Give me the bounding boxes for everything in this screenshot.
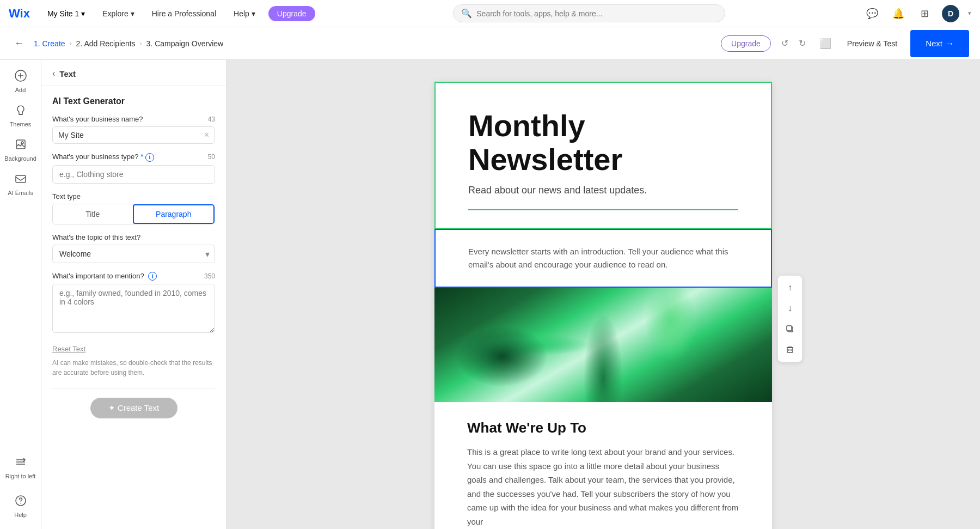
copy-block-button[interactable] bbox=[780, 319, 800, 339]
email-header-inner: MonthlyNewsletter Read about our news an… bbox=[436, 83, 771, 228]
business-name-input[interactable] bbox=[58, 131, 204, 139]
business-type-count: 50 bbox=[208, 153, 215, 161]
move-up-button[interactable]: ↑ bbox=[780, 278, 800, 297]
business-type-info-icon[interactable]: i bbox=[145, 153, 154, 162]
email-text-block[interactable]: Every newsletter starts with an introduc… bbox=[434, 229, 772, 288]
email-subtitle: Read about our news and latest updates. bbox=[468, 185, 738, 196]
help-icon bbox=[15, 495, 27, 509]
email-content-block: What We're Up To This is a great place t… bbox=[434, 402, 772, 529]
business-name-input-wrapper: × bbox=[52, 126, 215, 144]
panel-header: ‹ Text bbox=[41, 60, 226, 86]
breadcrumb-step-3[interactable]: 3. Campaign Overview bbox=[146, 39, 224, 48]
sidebar-item-add-label: Add bbox=[15, 87, 26, 93]
breadcrumb-arrow-1: › bbox=[70, 40, 72, 47]
add-icon bbox=[15, 70, 27, 84]
important-mention-label: What's important to mention? i bbox=[52, 272, 157, 281]
email-body-text: This is a great place to write long text… bbox=[467, 445, 739, 528]
svg-point-11 bbox=[20, 503, 21, 504]
svg-rect-4 bbox=[16, 140, 25, 149]
reset-text-button[interactable]: Reset Text bbox=[52, 345, 85, 353]
breadcrumb-step-2[interactable]: 2. Add Recipients bbox=[76, 39, 136, 48]
ai-emails-icon bbox=[15, 173, 27, 187]
themes-icon bbox=[15, 104, 27, 119]
create-text-button[interactable]: ✦ Create Text bbox=[90, 398, 177, 418]
svg-rect-13 bbox=[787, 326, 792, 331]
desktop-view-button[interactable]: ⬜ bbox=[817, 35, 834, 52]
required-star: * bbox=[140, 153, 143, 161]
business-name-row: What's your business name? 43 × bbox=[52, 115, 215, 144]
email-image-swirl bbox=[434, 288, 772, 402]
sidebar-item-rtl[interactable]: Right to left bbox=[2, 452, 39, 484]
site-name-chevron: ▾ bbox=[81, 9, 85, 18]
background-icon bbox=[15, 138, 27, 153]
email-header-block[interactable]: MonthlyNewsletter Read about our news an… bbox=[434, 82, 772, 229]
business-type-input[interactable] bbox=[52, 165, 215, 184]
ai-disclaimer: AI can make mistakes, so double-check th… bbox=[52, 358, 215, 378]
sidebar-item-ai-emails[interactable]: AI Emails bbox=[2, 168, 39, 200]
sidebar-item-help[interactable]: Help bbox=[2, 490, 39, 522]
business-name-label-row: What's your business name? 43 bbox=[52, 115, 215, 123]
svg-rect-14 bbox=[787, 348, 793, 352]
grid-icon-button[interactable]: ⊞ bbox=[916, 5, 933, 22]
search-icon: 🔍 bbox=[461, 8, 472, 19]
email-image-block bbox=[434, 288, 772, 402]
text-type-buttons: Title Paragraph bbox=[52, 204, 215, 224]
sidebar-item-add[interactable]: Add bbox=[2, 65, 39, 98]
site-name-button[interactable]: My Site 1 ▾ bbox=[43, 7, 89, 20]
upgrade-outline-button[interactable]: Upgrade bbox=[721, 35, 771, 52]
canvas-area: MonthlyNewsletter Read about our news an… bbox=[226, 60, 980, 529]
campaign-actions: Upgrade ↺ ↻ ⬜ Preview & Test Next → bbox=[721, 30, 969, 57]
icon-sidebar: Add Themes Background AI Emails Right t bbox=[0, 60, 41, 529]
create-text-section: ✦ Create Text bbox=[41, 389, 226, 427]
breadcrumb-steps: 1. Create › 2. Add Recipients › 3. Campa… bbox=[34, 39, 714, 48]
nav-icons: 💬 🔔 ⊞ D ▾ bbox=[863, 5, 971, 22]
email-section-title: What We're Up To bbox=[467, 419, 739, 436]
sidebar-item-help-label: Help bbox=[14, 512, 27, 518]
business-name-clear-button[interactable]: × bbox=[204, 130, 209, 140]
redo-button[interactable]: ↻ bbox=[795, 36, 810, 51]
main-layout: Add Themes Background AI Emails Right t bbox=[0, 60, 980, 529]
campaign-bar: ← 1. Create › 2. Add Recipients › 3. Cam… bbox=[0, 27, 980, 60]
panel-back-button[interactable]: ‹ bbox=[52, 69, 55, 78]
next-button[interactable]: Next → bbox=[910, 30, 969, 57]
avatar-chevron: ▾ bbox=[968, 10, 971, 17]
breadcrumb-step-1[interactable]: 1. Create bbox=[34, 39, 65, 48]
important-mention-textarea[interactable] bbox=[52, 284, 215, 333]
preview-test-button[interactable]: Preview & Test bbox=[841, 36, 904, 51]
delete-block-button[interactable] bbox=[780, 340, 800, 360]
sidebar-item-background[interactable]: Background bbox=[2, 134, 39, 166]
sidebar-item-rtl-label: Right to left bbox=[5, 473, 36, 479]
topic-select[interactable]: Welcome Update Promotion Announcement bbox=[52, 245, 215, 263]
business-type-label: What's your business type? * i bbox=[52, 153, 154, 162]
important-mention-count: 350 bbox=[204, 272, 215, 280]
upgrade-top-button[interactable]: Upgrade bbox=[268, 6, 315, 21]
help-nav[interactable]: Help ▾ bbox=[229, 7, 260, 20]
topic-row: What's the topic of this text? Welcome U… bbox=[52, 233, 215, 263]
text-type-title-button[interactable]: Title bbox=[53, 204, 133, 224]
move-down-button[interactable]: ↓ bbox=[780, 299, 800, 318]
search-bar: 🔍 bbox=[453, 4, 725, 22]
breadcrumb-arrow-2: › bbox=[140, 40, 142, 47]
sidebar-item-themes[interactable]: Themes bbox=[2, 100, 39, 132]
undo-redo-group: ↺ ↻ bbox=[777, 36, 810, 51]
important-mention-info-icon[interactable]: i bbox=[148, 272, 157, 281]
text-type-paragraph-button[interactable]: Paragraph bbox=[133, 204, 215, 224]
hire-professional-nav[interactable]: Hire a Professional bbox=[148, 7, 220, 20]
back-button[interactable]: ← bbox=[11, 35, 27, 52]
undo-button[interactable]: ↺ bbox=[777, 36, 793, 51]
svg-rect-6 bbox=[16, 175, 26, 183]
top-navigation: Wix My Site 1 ▾ Explore ▾ Hire a Profess… bbox=[0, 0, 980, 27]
sidebar-item-themes-label: Themes bbox=[10, 121, 32, 127]
panel-back-label: Text bbox=[59, 69, 76, 78]
float-toolbar: ↑ ↓ bbox=[777, 275, 803, 362]
important-mention-row: What's important to mention? i 350 bbox=[52, 272, 215, 336]
rtl-icon bbox=[15, 456, 27, 471]
chat-icon-button[interactable]: 💬 bbox=[863, 5, 881, 22]
avatar-button[interactable]: D bbox=[942, 5, 959, 22]
search-input[interactable] bbox=[476, 9, 717, 18]
notification-icon-button[interactable]: 🔔 bbox=[890, 5, 907, 22]
topic-label: What's the topic of this text? bbox=[52, 233, 215, 241]
wix-logo: Wix bbox=[9, 7, 30, 21]
explore-nav[interactable]: Explore ▾ bbox=[98, 7, 138, 20]
email-preview: MonthlyNewsletter Read about our news an… bbox=[434, 82, 772, 529]
